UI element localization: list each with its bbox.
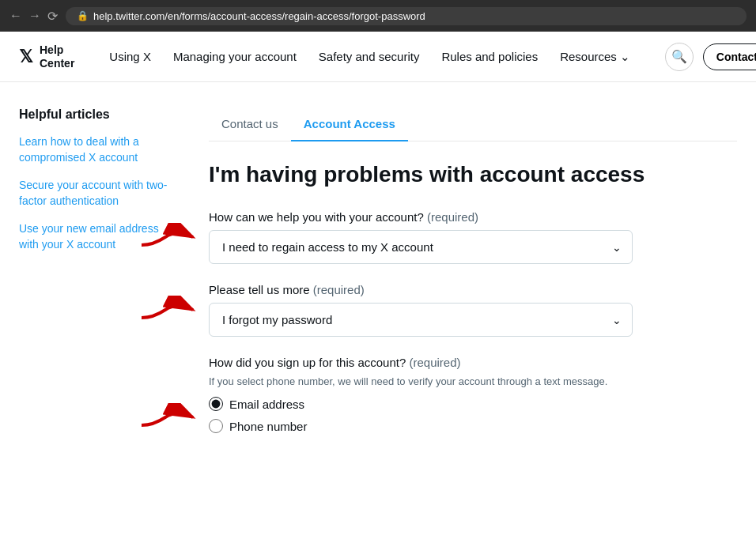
- lock-icon: 🔒: [77, 10, 89, 21]
- help-question-label-text: How can we help you with your account?: [209, 210, 424, 224]
- x-logo: 𝕏: [19, 47, 33, 67]
- signup-group: How did you sign up for this account? (r…: [209, 356, 737, 433]
- arrow-2: [138, 296, 201, 324]
- tab-contact-us[interactable]: Contact us: [209, 107, 291, 141]
- radio-phone-label[interactable]: Phone number: [209, 419, 737, 433]
- red-arrow-icon-3: [138, 403, 201, 432]
- help-question-required: (required): [427, 210, 478, 224]
- radio-phone-text: Phone number: [229, 420, 307, 433]
- chevron-down-icon: ⌄: [620, 50, 630, 64]
- tabs: Contact us Account Access: [209, 107, 737, 141]
- search-button[interactable]: 🔍: [665, 43, 694, 71]
- address-bar[interactable]: 🔒 help.twitter.com/en/forms/account-acce…: [66, 7, 747, 25]
- radio-phone[interactable]: [209, 419, 223, 433]
- tab-account-access[interactable]: Account Access: [291, 107, 408, 141]
- main-nav: Using X Managing your account Safety and…: [100, 43, 640, 70]
- help-question-label: How can we help you with your account? (…: [209, 210, 737, 224]
- tell-more-label-text: Please tell us more: [209, 283, 310, 296]
- signup-required: (required): [409, 356, 460, 369]
- nav-item-rules-policies[interactable]: Rules and policies: [432, 43, 547, 70]
- arrow-1: [138, 223, 201, 251]
- url-text: help.twitter.com/en/forms/account-access…: [93, 10, 425, 22]
- contact-us-button[interactable]: Contact Us: [703, 43, 756, 70]
- tell-more-required: (required): [313, 283, 365, 296]
- content-area: Contact us Account Access I'm having pro…: [209, 107, 737, 452]
- main-container: Helpful articles Learn how to deal with …: [0, 82, 756, 477]
- browser-chrome: ← → ⟳ 🔒 help.twitter.com/en/forms/accoun…: [0, 0, 756, 32]
- tell-more-label: Please tell us more (required): [209, 283, 737, 296]
- nav-actions: 🔍 Contact Us: [665, 43, 756, 71]
- sidebar-title: Helpful articles: [19, 107, 177, 122]
- red-arrow-icon-2: [138, 296, 201, 324]
- page-title: I'm having problems with account access: [209, 160, 737, 188]
- arrow-3: [138, 403, 201, 432]
- tell-more-group: Please tell us more (required) I forgot …: [209, 283, 737, 337]
- sidebar-link-compromised[interactable]: Learn how to deal with a compromised X a…: [19, 134, 177, 165]
- refresh-icon[interactable]: ⟳: [47, 9, 58, 24]
- signup-description: If you select phone number, we will need…: [209, 375, 633, 387]
- signup-radio-group: Email address Phone number: [209, 397, 737, 433]
- logo[interactable]: 𝕏 HelpCenter: [19, 43, 74, 70]
- nav-item-using-x[interactable]: Using X: [100, 43, 161, 70]
- help-question-select-wrapper: I need to regain access to my X account …: [209, 230, 633, 264]
- red-arrow-icon-1: [138, 223, 201, 251]
- url-path: /en/forms/account-access/regain-access/f…: [164, 10, 425, 22]
- back-icon[interactable]: ←: [9, 9, 22, 23]
- signup-label: How did you sign up for this account? (r…: [209, 356, 737, 369]
- radio-email[interactable]: [209, 397, 223, 411]
- search-icon: 🔍: [671, 49, 687, 64]
- help-question-select[interactable]: I need to regain access to my X account …: [209, 230, 633, 264]
- tell-more-select-wrapper: I forgot my password I can't receive my …: [209, 303, 633, 337]
- browser-nav-buttons[interactable]: ← → ⟳: [9, 9, 58, 24]
- signup-label-text: How did you sign up for this account?: [209, 356, 406, 369]
- nav-item-managing-account[interactable]: Managing your account: [164, 43, 306, 70]
- tell-more-select[interactable]: I forgot my password I can't receive my …: [209, 303, 633, 337]
- nav-item-safety-security[interactable]: Safety and security: [309, 43, 429, 70]
- radio-email-text: Email address: [229, 398, 304, 411]
- sidebar-link-2fa[interactable]: Secure your account with two-factor auth…: [19, 178, 177, 209]
- radio-email-label[interactable]: Email address: [209, 397, 737, 411]
- forward-icon[interactable]: →: [28, 9, 41, 23]
- logo-text: HelpCenter: [40, 43, 74, 70]
- sidebar: Helpful articles Learn how to deal with …: [19, 107, 177, 452]
- url-domain: help.twitter.com: [93, 10, 164, 22]
- nav-item-resources[interactable]: Resources ⌄: [550, 43, 640, 70]
- help-question-group: How can we help you with your account? (…: [209, 210, 737, 264]
- site-header: 𝕏 HelpCenter Using X Managing your accou…: [0, 32, 756, 82]
